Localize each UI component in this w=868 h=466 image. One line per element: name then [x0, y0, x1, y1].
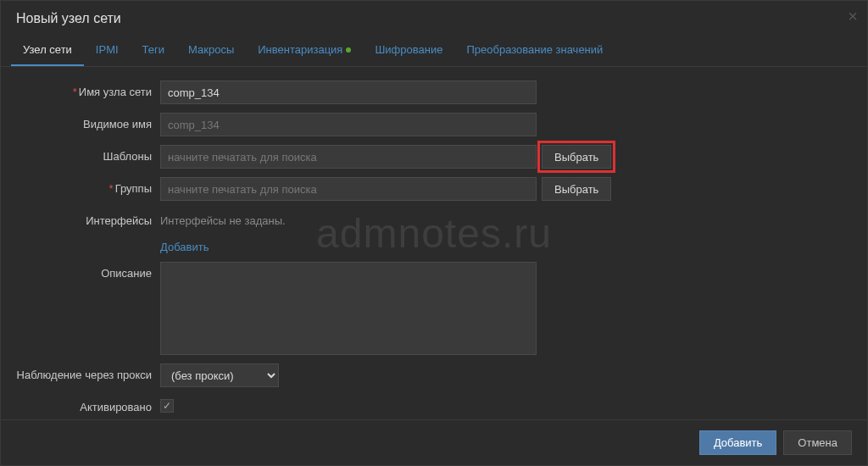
row-visible-name: Видимое имя: [16, 113, 852, 136]
description-textarea[interactable]: [160, 262, 537, 355]
visible-name-input[interactable]: [160, 113, 537, 136]
label-templates: Шаблоны: [16, 145, 160, 163]
tab-label: Шифрование: [375, 43, 442, 56]
proxy-select[interactable]: (без прокси): [160, 363, 279, 387]
label-interfaces: Интерфейсы: [16, 209, 160, 227]
templates-input[interactable]: [160, 145, 537, 169]
dialog-title: Новый узел сети: [1, 1, 867, 35]
label-host-name: *Имя узла сети: [16, 80, 160, 98]
dialog-footer: Добавить Отмена: [1, 419, 867, 465]
row-activated: Активировано: [16, 396, 852, 413]
tab-label: Макросы: [188, 43, 234, 56]
tab-label: Теги: [142, 43, 164, 56]
tab-host[interactable]: Узел сети: [11, 35, 84, 66]
new-host-dialog: × Новый узел сети Узел сети IPMI Теги Ма…: [0, 0, 868, 466]
close-icon[interactable]: ×: [848, 7, 858, 26]
label-description: Описание: [16, 262, 160, 280]
tab-macros[interactable]: Макросы: [176, 35, 246, 66]
tab-ipmi[interactable]: IPMI: [84, 35, 131, 66]
tabs: Узел сети IPMI Теги Макросы Инвентаризац…: [1, 35, 867, 67]
tab-value-mapping[interactable]: Преобразование значений: [454, 35, 615, 66]
cancel-button[interactable]: Отмена: [783, 430, 852, 455]
interfaces-empty-text: Интерфейсы не заданы.: [160, 209, 286, 227]
tab-encryption[interactable]: Шифрование: [363, 35, 454, 66]
row-description: Описание: [16, 262, 852, 355]
submit-button[interactable]: Добавить: [699, 430, 776, 455]
label-groups: *Группы: [16, 177, 160, 195]
row-interfaces: Интерфейсы Интерфейсы не заданы. Добавит…: [16, 209, 852, 253]
indicator-dot-icon: [346, 47, 351, 53]
templates-select-button[interactable]: Выбрать: [542, 145, 611, 169]
tab-label: Узел сети: [23, 43, 72, 56]
activated-checkbox[interactable]: [160, 399, 174, 413]
row-groups: *Группы Выбрать: [16, 177, 852, 201]
add-interface-link[interactable]: Добавить: [160, 241, 209, 253]
label-visible-name: Видимое имя: [16, 113, 160, 130]
form-body: *Имя узла сети Видимое имя Шаблоны Выбра…: [1, 67, 867, 419]
tab-inventory[interactable]: Инвентаризация: [246, 35, 363, 66]
groups-select-button[interactable]: Выбрать: [542, 177, 611, 201]
tab-tags[interactable]: Теги: [131, 35, 176, 66]
label-activated: Активировано: [16, 396, 160, 413]
tab-label: Преобразование значений: [466, 43, 603, 56]
label-proxy: Наблюдение через прокси: [16, 363, 160, 381]
row-host-name: *Имя узла сети: [16, 80, 852, 104]
groups-input[interactable]: [160, 177, 537, 201]
tab-label: Инвентаризация: [258, 43, 342, 56]
host-name-input[interactable]: [160, 80, 537, 104]
row-proxy: Наблюдение через прокси (без прокси): [16, 363, 852, 387]
tab-label: IPMI: [96, 43, 119, 56]
row-templates: Шаблоны Выбрать: [16, 145, 852, 169]
